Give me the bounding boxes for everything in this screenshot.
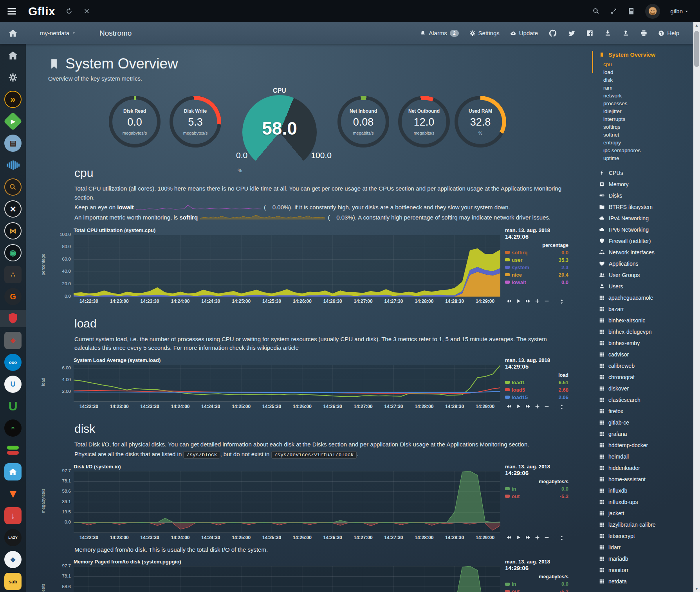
user-avatar[interactable] (645, 4, 660, 19)
pan-backward-button[interactable] (507, 299, 512, 304)
play-button[interactable] (516, 299, 521, 304)
dock-app-jackett[interactable] (0, 178, 26, 196)
dock-app-monitorr[interactable] (0, 441, 26, 459)
chart-plot[interactable]: 97.778.158.639.119.50.0 (74, 566, 500, 592)
sidebar-section-btrfs-filesystem[interactable]: BTRFS filesystem (599, 201, 693, 212)
sidebar-app-hddtemp-docker[interactable]: hddtemp-docker (599, 439, 693, 451)
legend-row-in[interactable]: in0.0 (505, 580, 568, 588)
twitter-icon[interactable] (568, 29, 576, 37)
sidebar-app-mariadb[interactable]: mariadb (599, 553, 693, 564)
sidebar-app-jackett[interactable]: jackett (599, 507, 693, 519)
sidebar-app-lazylibrarian-calibre[interactable]: lazylibrarian-calibre (599, 519, 693, 530)
sidebar-app-hiddenloader[interactable]: hiddenloader (599, 462, 693, 473)
sidebar-app-apacheguacamole[interactable]: apacheguacamole (599, 292, 693, 303)
dock-app-plex[interactable]: » (0, 91, 26, 108)
sidebar-item-softnet[interactable]: softnet (603, 131, 693, 139)
legend-row-user[interactable]: user35.3 (505, 256, 568, 264)
gauge-disk-write[interactable]: Disk Write5.3megabytes/s (170, 96, 221, 148)
dock-app-sabnzbd[interactable]: sab (0, 573, 26, 590)
sidebar-section-memory[interactable]: Memory (599, 178, 693, 190)
gauge-net-outbound[interactable]: Net Outbound12.0megabits/s (398, 96, 450, 148)
legend-row-system[interactable]: system2.3 (505, 264, 568, 271)
sidebar-item-ipc-semaphores[interactable]: ipc semaphores (603, 147, 693, 155)
pan-backward-button[interactable] (507, 404, 512, 409)
dock-app-unifi[interactable]: U (0, 376, 26, 393)
sidebar-app-firefox[interactable]: firefox (599, 405, 693, 417)
dock-app-netdata[interactable] (0, 310, 26, 327)
sidebar-app-chronograf[interactable]: chronograf (599, 371, 693, 383)
gauge-net-inbound[interactable]: Net Inbound0.08megabits/s (337, 96, 389, 148)
sidebar-item-idlejitter[interactable]: idlejitter (603, 108, 693, 115)
sidebar-section-ipv6-networking[interactable]: IPv6 Networking (599, 224, 693, 235)
gauge-disk-read[interactable]: Disk Read0.0megabytes/s (109, 96, 161, 148)
chart-disk[interactable]: Disk I/O (system.io)97.778.158.639.119.5… (48, 464, 587, 542)
legend-row-load1[interactable]: load16.51 (505, 379, 568, 386)
sidebar-item-entropy[interactable]: entropy (603, 139, 693, 147)
dock-app-grafana[interactable]: G (0, 288, 26, 305)
dock-app-pihole[interactable]: ◓ (0, 419, 26, 437)
sidebar-section-disks[interactable]: Disks (599, 190, 693, 201)
pan-forward-button[interactable] (525, 404, 530, 409)
refresh-icon[interactable] (65, 7, 73, 15)
chart-plot[interactable]: 6.004.002.00 (74, 365, 500, 402)
sidebar-app-influxdb-ups[interactable]: influxdb-ups (599, 496, 693, 507)
zoom-in-button[interactable] (535, 404, 540, 409)
sidebar-item-interrupts[interactable]: interrupts (603, 115, 693, 123)
page-scrollbar[interactable]: ▲ ▼ (693, 22, 700, 592)
sidebar-section-user-groups[interactable]: User Groups (599, 269, 693, 281)
sidebar-section-firewall-netfilter[interactable]: Firewall (netfilter) (599, 235, 693, 247)
chart-plot[interactable]: 100.080.060.040.020.00.0 (74, 235, 500, 297)
dock-app-untangle[interactable]: U (0, 398, 26, 415)
update-button[interactable]: Update (510, 30, 538, 36)
dock-app-duckdns[interactable]: ◆ (0, 551, 26, 568)
sidebar-item-uptime[interactable]: uptime (603, 155, 693, 162)
dock-app-cadvisor[interactable]: ∴ (0, 266, 26, 283)
sidebar-item-processes[interactable]: processes (603, 100, 693, 108)
chart-cpu[interactable]: Total CPU utilization (system.cpu)100.08… (48, 227, 587, 305)
chart-pgpgio[interactable]: Memory Paged from/to disk (system.pgpgio… (48, 559, 587, 592)
dock-app-airsonic[interactable] (0, 157, 26, 174)
legend-row-iowait[interactable]: iowait0.0 (505, 279, 568, 286)
sidebar-item-ram[interactable]: ram (603, 84, 693, 92)
sidebar-app-binhex-emby[interactable]: binhex-emby (599, 337, 693, 349)
pan-backward-button[interactable] (507, 535, 512, 540)
settings-button[interactable]: Settings (469, 30, 500, 36)
gauge-used-ram[interactable]: Used RAM32.8% (455, 96, 506, 148)
sidebar-app-influxdb[interactable]: influxdb (599, 485, 693, 496)
legend-row-load15[interactable]: load152.06 (505, 394, 568, 401)
sidebar-section-applications[interactable]: Applications (599, 258, 693, 269)
print-icon[interactable] (640, 29, 648, 37)
sidebar-item-load[interactable]: load (603, 68, 693, 76)
host-dropdown[interactable]: my-netdata (40, 30, 76, 36)
sidebar-app-gitlab-ce[interactable]: gitlab-ce (599, 417, 693, 428)
sidebar-app-elasticsearch[interactable]: elasticsearch (599, 394, 693, 405)
sidebar-app-cadvisor[interactable]: cadvisor (599, 349, 693, 360)
hamburger-menu-icon[interactable] (6, 6, 17, 17)
dock-app-home[interactable] (0, 47, 26, 64)
zoom-in-button[interactable] (535, 535, 540, 540)
import-icon[interactable] (604, 29, 612, 37)
help-button[interactable]: Help (658, 30, 679, 36)
legend-row-in[interactable]: in0.0 (505, 485, 568, 493)
zoom-out-button[interactable] (544, 404, 549, 409)
sidebar-section-cpus[interactable]: CPUs (599, 167, 693, 178)
sidebar-app-lidarr[interactable]: lidarr (599, 542, 693, 553)
chart-resize-handle[interactable] (559, 534, 565, 542)
sidebar-app-calibreweb[interactable]: calibreweb (599, 360, 693, 371)
dock-app-nextcloud[interactable]: ooo (0, 354, 26, 371)
sidebar-item-network[interactable]: network (603, 92, 693, 100)
legend-row-out[interactable]: out-5.2 (505, 588, 568, 592)
export-icon[interactable] (622, 29, 630, 37)
chart-resize-handle[interactable] (559, 298, 565, 305)
search-icon[interactable] (592, 7, 600, 15)
alarms-button[interactable]: Alarms 2 (420, 30, 458, 37)
sidebar-app-heimdall[interactable]: heimdall (599, 451, 693, 462)
sidebar-app-home-assistant[interactable]: home-assistant (599, 473, 693, 485)
chart-load[interactable]: System Load Average (system.load)6.004.0… (48, 357, 587, 410)
sidebar-app-bazarr[interactable]: bazarr (599, 303, 693, 315)
dock-app-settings[interactable] (0, 69, 26, 86)
dock-app-emby[interactable]: ▶ (0, 113, 26, 130)
pan-forward-button[interactable] (525, 535, 530, 540)
dock-app-gitlab[interactable]: ▼ (0, 485, 26, 502)
sidebar-app-diskover[interactable]: diskover (599, 383, 693, 394)
